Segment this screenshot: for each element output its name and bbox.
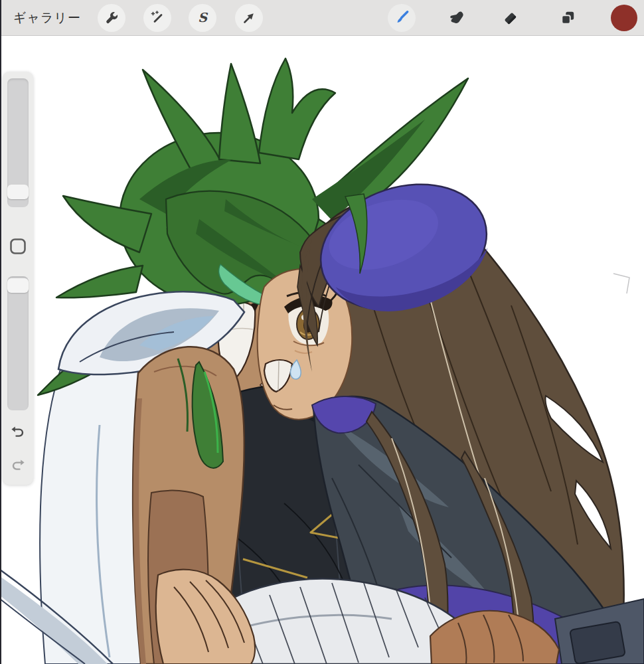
gallery-button[interactable]: ギャラリー	[13, 0, 81, 35]
smudge-finger-icon	[448, 9, 465, 27]
opacity-handle[interactable]	[7, 278, 29, 293]
paint-tool-button[interactable]	[388, 4, 416, 32]
brush-size-handle[interactable]	[7, 185, 29, 199]
brush-size-slider[interactable]	[7, 78, 29, 207]
selection-tool-button[interactable]: S	[189, 4, 216, 32]
erase-tool-button[interactable]	[496, 4, 524, 32]
drawing-canvas[interactable]	[0, 35, 644, 664]
adjustments-tool-button[interactable]	[143, 4, 171, 32]
canvas-artwork[interactable]	[0, 35, 644, 664]
transform-tool-button[interactable]	[235, 4, 263, 32]
selection-s-icon: S	[195, 10, 210, 26]
undo-button[interactable]	[9, 422, 27, 440]
redo-button[interactable]	[9, 456, 27, 473]
eraser-icon	[501, 9, 519, 27]
sketch-line	[613, 274, 629, 293]
brush-sidebar	[3, 72, 33, 485]
smudge-tool-button[interactable]	[443, 4, 471, 32]
redo-arrow-icon	[9, 456, 27, 473]
canvas-left-edge	[0, 0, 1, 664]
layers-icon	[559, 9, 576, 27]
svg-text:S: S	[198, 10, 208, 25]
layers-tool-button[interactable]	[554, 4, 582, 32]
transform-arrow-icon	[241, 10, 257, 26]
color-swatch-button[interactable]	[611, 5, 637, 31]
paintbrush-icon	[393, 9, 410, 27]
rounded-square-icon	[9, 238, 27, 255]
actions-tool-button[interactable]	[98, 4, 125, 32]
modify-button[interactable]	[9, 238, 27, 255]
undo-arrow-icon	[9, 422, 27, 440]
wrench-icon	[104, 10, 120, 26]
top-toolbar: ギャラリー S	[0, 0, 644, 36]
magic-wand-icon	[149, 10, 165, 26]
opacity-slider[interactable]	[7, 276, 29, 410]
